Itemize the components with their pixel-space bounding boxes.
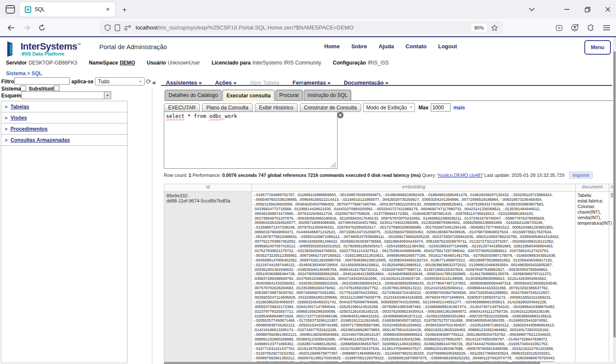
applies-value: Tudo <box>98 79 110 85</box>
result-info: Row count: 1 Performance: 0.0076 seconds… <box>164 172 593 179</box>
close-window-button[interactable] <box>601 3 614 15</box>
more-link[interactable]: mais <box>453 105 465 111</box>
query-editor[interactable]: select * from odbc_work <box>164 112 338 169</box>
table-row: 89e9e332- dd88-11ef-9674-5ccd5b7bdf3a -.… <box>164 192 616 364</box>
sidebar-item-label[interactable]: Consultas Armazenadas <box>10 137 70 143</box>
page-info-icon[interactable] <box>115 24 120 31</box>
extensions-puzzle-icon[interactable] <box>585 22 596 33</box>
accent-line <box>0 36 616 37</box>
system-label: Sistema <box>1 86 21 92</box>
max-input[interactable] <box>431 103 450 112</box>
menu-button[interactable]: Menu <box>584 40 611 55</box>
browser-titlebar: IR SQL ✕ + <box>0 0 616 19</box>
sidebar-panel: > Tabelas > Visões > Procedimentos > Con… <box>1 101 127 363</box>
tab-procurar[interactable]: Procurar <box>275 90 303 101</box>
chevron-right-icon: > <box>5 104 7 109</box>
shield-icon[interactable] <box>104 24 111 31</box>
results-table: id embedding document metadata 89e9e332-… <box>164 184 616 364</box>
column-header-id: id <box>164 184 252 192</box>
query-builder-button[interactable]: Construtor de Consulta <box>300 103 361 112</box>
breadcrumb-root[interactable]: Sistema <box>6 70 26 76</box>
bookmark-star-icon[interactable] <box>491 24 498 31</box>
sidebar-item-procedimentos[interactable]: > Procedimentos <box>1 123 127 135</box>
query-text: select * from odbc_work <box>164 112 337 120</box>
restore-button[interactable] <box>581 3 594 15</box>
url-bar[interactable]: localhost/iris_iss/csp/sys/exp/%25CSP.UI… <box>100 21 503 34</box>
cell-document: Tabela: estat.fabrica; Colunas: chave(IN… <box>576 192 609 364</box>
last-update-label: Last update: <box>484 173 510 178</box>
schema-input[interactable] <box>21 91 104 99</box>
applies-select[interactable]: Tudo <box>95 77 145 85</box>
minimize-button[interactable] <box>560 3 573 15</box>
applies-label: aplica-se a <box>71 79 98 85</box>
license-value: InterSystems IRIS Community <box>252 60 321 66</box>
nav-home[interactable]: Home <box>324 43 340 50</box>
sidebar-item-label[interactable]: Visões <box>10 115 27 121</box>
config-value: IRIS_ISS <box>367 60 388 66</box>
toolbar-underline <box>161 85 612 86</box>
sidebar-item-label[interactable]: Tabelas <box>10 104 29 110</box>
url-host: localhost <box>136 24 157 31</box>
brand-subtitle: IRIS Data Platform <box>21 51 64 56</box>
table-header-row: id embedding document metadata <box>164 184 616 192</box>
sidebar-item-visoes[interactable]: > Visões <box>1 112 127 123</box>
chevron-right-icon: > <box>5 126 7 132</box>
server-info-row: ServidorDESKTOP-GB66FK3 NameSpaceDEMO Us… <box>6 60 389 66</box>
system-checkbox[interactable] <box>21 85 26 91</box>
query-keyword: select <box>166 113 184 119</box>
tab-executar-consulta[interactable]: Executar consulta <box>222 90 274 101</box>
refresh-icon[interactable]: ⟳ <box>146 78 151 85</box>
account-icon[interactable] <box>569 22 580 33</box>
display-mode-select[interactable]: Modo de Exibição <box>363 103 415 112</box>
collapse-pane-icon[interactable]: « <box>152 79 156 86</box>
nav-sobre[interactable]: Sobre <box>351 43 367 50</box>
query-class-link[interactable]: %sqlcq.DEMO.cls487 <box>438 173 483 178</box>
tab-instrucao-do-sql[interactable]: Instrução do SQL <box>304 90 351 101</box>
query-mid: * from <box>184 113 209 119</box>
column-header-embedding: embedding <box>252 184 576 192</box>
print-button[interactable]: Imprimir <box>569 172 593 179</box>
vertical-scrollbar-thumb[interactable] <box>613 51 616 338</box>
new-tab-button[interactable]: + <box>120 5 129 15</box>
portal-title: Portal de Administração <box>99 43 167 50</box>
performance-label: Performance: <box>192 173 221 178</box>
list-tabs-icon[interactable] <box>525 3 538 15</box>
panel-divider <box>152 88 152 364</box>
horizontal-scrollbar-thumb[interactable] <box>164 362 540 364</box>
config-label: Configuração <box>333 60 366 66</box>
browser-tab[interactable]: IR SQL ✕ <box>19 2 116 17</box>
schema-label: Esquema <box>1 93 24 99</box>
show-history-button[interactable]: Exibir Histórico <box>255 103 298 112</box>
permissions-icon[interactable] <box>124 25 131 31</box>
clear-query-icon[interactable]: ✕ <box>337 112 344 118</box>
query-plan-button[interactable]: Plano da Consulta <box>202 103 252 112</box>
namespace-link[interactable]: DEMO <box>120 60 135 66</box>
hamburger-menu-icon[interactable] <box>601 22 612 33</box>
filter-input[interactable] <box>14 77 70 85</box>
sidebar-item-label[interactable]: Procedimentos <box>10 126 47 132</box>
query-table: odbc <box>209 113 222 119</box>
nav-logout[interactable]: Logout <box>438 43 457 50</box>
query-label: Query: <box>422 173 436 178</box>
intersystems-logo-icon <box>6 41 18 58</box>
sidebar-item-consultas-armazenadas[interactable]: > Consultas Armazenadas <box>1 135 127 146</box>
reload-button[interactable] <box>36 22 47 33</box>
forward-button[interactable] <box>21 22 32 33</box>
back-button[interactable] <box>6 22 17 33</box>
deprecated-checkbox[interactable] <box>54 85 59 91</box>
nav-ajuda[interactable]: Ajuda <box>379 43 394 50</box>
query-toolbar: EXECUTAR Plano da Consulta Exibir Histór… <box>164 103 465 112</box>
execute-button[interactable]: EXECUTAR <box>164 103 200 112</box>
firefox-view-icon[interactable] <box>5 5 15 14</box>
pocket-icon[interactable] <box>554 22 565 33</box>
breadcrumb: Sistema > SQL <box>6 70 42 76</box>
nav-contato[interactable]: Contato <box>406 43 426 50</box>
breadcrumb-current[interactable]: SQL <box>32 70 42 76</box>
schema-dropdown-button[interactable]: ▼ <box>104 91 111 99</box>
tab-detalhes-do-catalogo[interactable]: Detalhes do Catálogo <box>165 90 222 101</box>
sidebar-item-tabelas[interactable]: > Tabelas <box>1 101 127 112</box>
tab-close-icon[interactable]: ✕ <box>104 5 112 14</box>
zoom-indicator[interactable]: 80% <box>471 24 487 32</box>
tab-bar: Detalhes do Catálogo Executar consulta P… <box>165 90 351 101</box>
filter-label: Filtro <box>1 79 14 85</box>
